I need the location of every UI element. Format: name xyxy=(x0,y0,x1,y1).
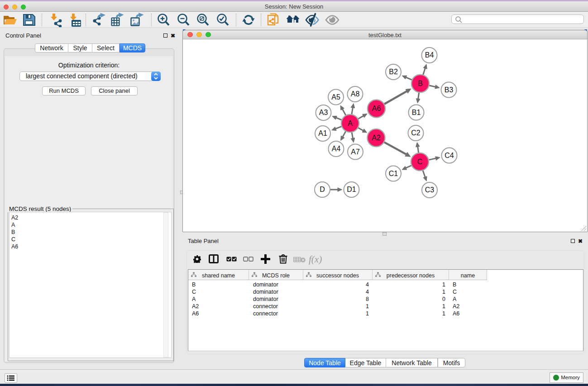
svg-text:C: C xyxy=(417,158,423,166)
svg-text:A5: A5 xyxy=(331,93,340,101)
svg-text:B1: B1 xyxy=(412,109,421,116)
svg-text:B: B xyxy=(418,80,423,87)
svg-text:B3: B3 xyxy=(445,86,454,94)
svg-text:A1: A1 xyxy=(318,129,327,137)
svg-text:C1: C1 xyxy=(389,170,398,177)
svg-text:B2: B2 xyxy=(389,68,398,76)
svg-text:A: A xyxy=(348,119,353,127)
svg-text:C2: C2 xyxy=(411,129,421,137)
svg-text:B4: B4 xyxy=(425,51,434,59)
svg-text:D: D xyxy=(320,186,325,193)
svg-text:A7: A7 xyxy=(351,148,360,156)
svg-text:C4: C4 xyxy=(445,152,454,159)
svg-text:A4: A4 xyxy=(332,145,341,152)
svg-text:A8: A8 xyxy=(351,90,360,98)
svg-text:D1: D1 xyxy=(347,186,356,193)
svg-text:C3: C3 xyxy=(425,186,435,194)
svg-text:A2: A2 xyxy=(372,134,381,142)
svg-text:A6: A6 xyxy=(372,105,381,112)
svg-text:A3: A3 xyxy=(319,109,328,116)
